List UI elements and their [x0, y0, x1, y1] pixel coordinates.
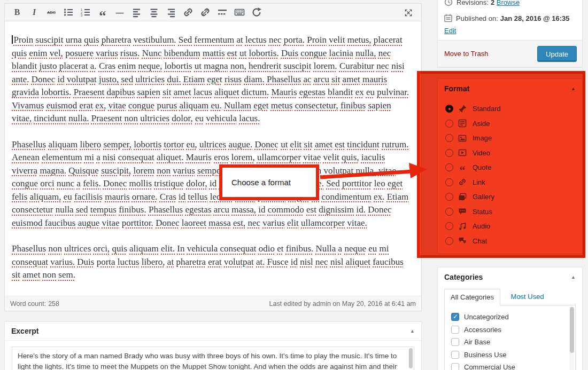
scrollbar-thumb[interactable]	[570, 307, 574, 353]
excerpt-panel-header[interactable]: Excerpt ▲	[5, 322, 421, 341]
radio-button[interactable]	[445, 149, 453, 157]
refresh-icon	[251, 7, 262, 18]
numbered-list-icon: 123	[80, 7, 91, 18]
category-item-uncategorized[interactable]: Uncategorized	[451, 311, 575, 324]
keyboard-icon	[234, 7, 245, 18]
bold-icon: B	[14, 7, 20, 17]
publish-panel: Revisions: 2 Browse Published on: Jan 28…	[437, 0, 583, 67]
format-option-aside[interactable]: Aside	[445, 116, 577, 131]
textarea-scrollbar-thumb[interactable]	[409, 348, 413, 368]
tab-all-categories[interactable]: All Categories	[444, 289, 500, 305]
format-options-list: Standard Aside Image Video “Quote Link G…	[445, 101, 577, 248]
bulleted-list-icon	[63, 7, 74, 18]
audio-icon	[458, 222, 467, 231]
quote-icon: “	[458, 163, 467, 172]
more-tag-button[interactable]	[214, 5, 230, 19]
chat-icon	[458, 237, 467, 245]
unlink-icon	[200, 7, 211, 18]
checkbox[interactable]	[451, 363, 459, 370]
update-button[interactable]: Update	[537, 46, 577, 62]
checkbox[interactable]	[451, 338, 459, 346]
align-center-icon	[149, 7, 159, 18]
bold-button[interactable]: B	[9, 5, 25, 19]
align-left-icon	[131, 7, 142, 18]
move-to-trash-link[interactable]: Move to Trash	[444, 41, 488, 67]
align-right-button[interactable]	[163, 5, 179, 19]
format-panel-header[interactable]: Format ▲	[438, 79, 582, 98]
radio-button[interactable]	[445, 178, 453, 186]
numbered-list-button[interactable]: 123	[78, 5, 94, 19]
blockquote-button[interactable]: “	[95, 5, 111, 19]
format-option-chat[interactable]: Chat	[445, 234, 577, 249]
format-option-video[interactable]: Video	[445, 146, 577, 161]
revisions-count: 2	[491, 0, 494, 6]
format-option-link[interactable]: Link	[445, 175, 577, 190]
radio-button[interactable]	[445, 237, 453, 245]
format-option-audio[interactable]: Audio	[445, 219, 577, 234]
align-center-button[interactable]	[146, 5, 162, 19]
checkbox[interactable]	[451, 351, 459, 359]
category-item-commercial-use[interactable]: Commercial Use	[451, 361, 575, 370]
radio-button[interactable]	[445, 222, 453, 230]
radio-button[interactable]	[445, 134, 453, 142]
published-label: Published on:	[456, 14, 498, 22]
strikethrough-button[interactable]: ABC	[43, 5, 59, 19]
refresh-button[interactable]	[249, 5, 265, 19]
browse-revisions-link[interactable]: Browse	[497, 0, 520, 6]
format-option-standard[interactable]: Standard	[445, 101, 577, 116]
radio-button[interactable]	[445, 105, 453, 113]
format-title: Format	[444, 84, 469, 93]
editor-toolbar: B I ABC 123 “ —	[5, 4, 421, 21]
category-item-accessories[interactable]: Accessories	[451, 324, 575, 336]
excerpt-textarea[interactable]: Here's the story of a man named Brady wh…	[12, 347, 414, 370]
fullscreen-icon	[404, 8, 413, 18]
horizontal-rule-button[interactable]: —	[112, 5, 128, 19]
tab-most-used[interactable]: Most Used	[511, 293, 544, 301]
horizontal-rule-icon: —	[116, 8, 124, 17]
video-icon	[458, 148, 467, 157]
collapse-toggle-icon[interactable]: ▲	[571, 86, 576, 91]
published-date: Jan 28, 2016 @ 16:35	[500, 14, 570, 22]
annotation-callout: Choose a format	[219, 164, 319, 200]
strikethrough-icon: ABC	[47, 10, 56, 15]
categories-tabs: All Categories Most Used	[444, 288, 576, 305]
excerpt-panel: Excerpt ▲ Here's the story of a man name…	[4, 321, 422, 370]
align-left-button[interactable]	[129, 5, 145, 19]
edit-date-link[interactable]: Edit	[444, 27, 456, 35]
italic-button[interactable]: I	[26, 5, 42, 19]
format-option-gallery[interactable]: Gallery	[445, 190, 577, 204]
editor-content[interactable]: Proin suscipit urna quis pharetra vestib…	[5, 22, 421, 296]
format-option-quote[interactable]: “Quote	[445, 160, 577, 175]
format-option-image[interactable]: Image	[445, 131, 577, 146]
radio-button[interactable]	[445, 193, 453, 201]
fullscreen-button[interactable]	[401, 6, 416, 20]
radio-button[interactable]	[445, 208, 453, 216]
categories-panel: Categories ▲ All Categories Most Used Un…	[437, 267, 583, 370]
format-panel: Format ▲ Standard Aside Image Video “Quo…	[437, 78, 583, 254]
categories-listbox: Uncategorized Accessories Air Base Busin…	[444, 305, 576, 370]
svg-text:3: 3	[81, 14, 83, 17]
link-icon	[458, 178, 467, 186]
checkbox[interactable]	[451, 326, 459, 334]
bulleted-list-button[interactable]	[60, 5, 76, 19]
excerpt-title: Excerpt	[11, 327, 38, 335]
category-item-business-use[interactable]: Business Use	[451, 349, 575, 361]
categories-scrollbar[interactable]	[569, 306, 574, 370]
radio-button[interactable]	[445, 120, 453, 128]
checkbox[interactable]	[451, 313, 459, 321]
clock-icon	[444, 0, 453, 6]
radio-button[interactable]	[445, 163, 453, 171]
category-item-air-base[interactable]: Air Base	[451, 336, 575, 349]
categories-panel-header[interactable]: Categories ▲	[438, 267, 582, 286]
remove-link-button[interactable]	[197, 5, 213, 19]
link-icon	[183, 7, 194, 18]
callout-text: Choose a format	[231, 178, 291, 187]
calendar-icon	[444, 14, 452, 22]
format-option-status[interactable]: Status	[445, 204, 577, 219]
major-publishing-actions: Move to Trash Update	[438, 40, 582, 67]
collapse-toggle-icon[interactable]: ▲	[571, 274, 576, 280]
insert-link-button[interactable]	[180, 5, 196, 19]
toolbar-toggle-button[interactable]	[231, 5, 247, 19]
paragraph: Proin suscipit urna quis pharetra vestib…	[12, 34, 413, 125]
collapse-toggle-icon[interactable]: ▲	[410, 328, 415, 334]
